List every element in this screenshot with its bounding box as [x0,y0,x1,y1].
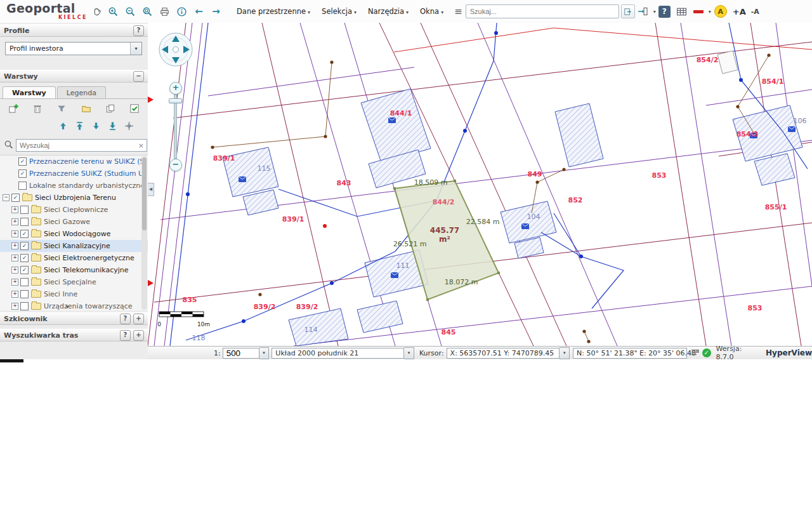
layer-label[interactable]: Sieci Uzbrojenia Terenu [35,194,116,202]
zoom-extent-icon[interactable] [140,4,155,20]
pan-hand-icon[interactable] [88,4,104,20]
layer-tree-row-8[interactable]: +✓Sieci Elektroenergetyczne [0,252,148,264]
export-panel-icon[interactable] [636,4,652,20]
zoom-out-icon[interactable] [122,4,138,20]
coordinate-settings-icon[interactable] [691,348,700,358]
crs-select[interactable]: Układ 2000 południk 21 [272,348,404,359]
crs-caret-icon[interactable]: ▾ [404,347,414,359]
layer-label[interactable]: Sieci Wodociągowe [44,230,110,238]
menu-item-1[interactable]: Selekcja▾ [322,7,357,16]
layer-tree-row-0[interactable]: ✓Przeznaczenie terenu w SUiKZ (S [0,156,148,168]
layer-checkbox[interactable] [20,278,29,286]
tab-legenda[interactable]: Legenda [57,86,106,99]
layer-label[interactable]: Sieci Specjalne [44,278,96,286]
move-up-icon[interactable] [58,121,68,133]
scale-input[interactable] [223,348,259,359]
tree-expander-icon[interactable]: + [11,267,18,274]
profile-select[interactable]: Profil inwestora ▾ [5,42,142,55]
tree-expander-icon[interactable]: + [11,303,18,310]
cursor-xy-box[interactable]: X: 5635707.51 Y: 7470789.45 [447,348,560,359]
layer-tree-row-10[interactable]: +Sieci Specjalne [0,276,148,288]
layer-label[interactable]: Przeznaczenie terenu w SUiKZ (S [29,157,145,166]
tree-expander-icon[interactable]: + [11,291,18,298]
layer-tree-row-9[interactable]: +✓Sieci Telekomunikacyjne [0,264,148,276]
history-forward-icon[interactable]: → [208,4,224,20]
layer-checkbox[interactable]: ✓ [20,242,29,250]
layer-checkbox[interactable]: ✓ [20,254,29,262]
layer-tree-row-5[interactable]: +Sieci Gazowe [0,216,148,228]
print-icon[interactable] [157,4,173,20]
layer-checkbox[interactable]: ✓ [18,157,27,166]
layer-label[interactable]: Sieci Gazowe [44,218,90,226]
layer-search-icon[interactable] [4,140,13,151]
layer-label[interactable]: Sieci Inne [44,290,77,298]
tree-scrollbar[interactable] [141,156,147,310]
font-increase-icon[interactable]: +A [733,7,746,17]
panel-expand-button[interactable]: + [133,314,144,324]
font-default-icon[interactable]: A [714,5,727,18]
zoom-out-button[interactable]: − [169,159,182,171]
map-canvas[interactable]: 854/2854/1854/3106853855/1853852849844/1… [148,23,812,346]
layer-search-input[interactable] [16,139,147,152]
attribute-table-icon[interactable] [674,4,690,20]
layer-checkbox[interactable] [20,290,29,298]
layer-checkbox[interactable]: ✓ [11,194,20,202]
tree-expander-icon[interactable]: + [11,279,18,286]
zoom-in-icon[interactable] [105,4,121,20]
move-top-icon[interactable] [75,121,84,133]
menu-item-3[interactable]: Okna▾ [420,7,443,16]
layer-add-icon[interactable] [8,103,19,116]
layer-delete-icon[interactable] [32,103,43,116]
layer-folder-icon[interactable] [81,103,92,116]
layer-checklist-icon[interactable] [129,103,140,116]
measure-caret-icon[interactable]: ▾ [709,9,711,15]
cursor-caret-icon[interactable]: ▾ [560,347,570,359]
layer-filter-icon[interactable] [56,103,67,116]
layer-tree-row-7[interactable]: +✓Sieci Kanalizacyjne [0,240,148,252]
measure-line-icon[interactable] [691,4,707,20]
layer-tree-row-2[interactable]: Lokalne standardy urbanistyczne [0,180,148,192]
tree-expander-icon[interactable]: + [11,255,18,262]
layer-label[interactable]: Sieci Ciepłownicze [44,206,108,214]
zoom-slider-handle[interactable] [169,98,182,103]
layer-label[interactable]: Sieci Kanalizacyjne [44,242,110,250]
layer-checkbox[interactable] [20,302,29,310]
map-compass[interactable] [158,32,193,67]
panel-expand-button[interactable]: + [133,330,144,341]
info-icon[interactable] [174,4,190,20]
zoom-in-button[interactable]: + [169,82,182,95]
layer-tree-row-12[interactable]: +Urządzenia towarzyszące [0,300,148,310]
zoom-slider-track[interactable] [174,95,177,159]
layer-label[interactable]: Lokalne standardy urbanistyczne [29,182,145,190]
profile-select-caret-icon[interactable]: ▾ [130,43,141,55]
layer-tree-row-1[interactable]: ✓Przeznaczenie SUiKZ (Studium U [0,168,148,180]
center-layer-icon[interactable] [124,121,134,133]
layer-checkbox[interactable] [20,206,29,214]
tree-expander-icon[interactable]: − [3,194,10,201]
search-submit-icon[interactable] [621,4,635,18]
layer-checkbox[interactable]: ✓ [18,169,27,178]
layer-tree-row-11[interactable]: +Sieci Inne [0,288,148,300]
tree-expander-icon[interactable]: + [11,218,18,225]
tree-scrollbar-thumb[interactable] [142,157,147,230]
export-caret-icon[interactable]: ▾ [653,9,656,15]
map-viewport[interactable]: 854/2854/1854/3106853855/1853852849844/1… [148,23,812,346]
menu-item-0[interactable]: Dane przestrzenne▾ [237,7,310,16]
layer-label[interactable]: Sieci Elektroenergetyczne [44,254,134,262]
tree-expander-icon[interactable]: + [11,242,18,249]
layer-tree-row-4[interactable]: +Sieci Ciepłownicze [0,204,148,216]
layer-checkbox[interactable] [20,218,29,226]
history-back-icon[interactable]: ← [191,4,207,20]
layer-checkbox[interactable]: ✓ [20,230,29,238]
font-decrease-icon[interactable]: -A [751,8,759,16]
sidebar-collapse-handle[interactable]: ◀ [148,183,154,196]
layer-checkbox[interactable] [18,182,27,190]
scale-caret-icon[interactable]: ▾ [259,347,270,359]
tab-warstwy[interactable]: Warstwy [3,86,56,99]
layer-label[interactable]: Sieci Telekomunikacyjne [44,266,129,274]
status-ok-icon[interactable]: ✓ [702,348,711,357]
profile-help-button[interactable]: ? [133,25,144,36]
search-menu-icon[interactable]: ≡ [454,6,462,17]
layer-checkbox[interactable]: ✓ [20,266,29,274]
layer-copy-icon[interactable] [105,103,116,116]
